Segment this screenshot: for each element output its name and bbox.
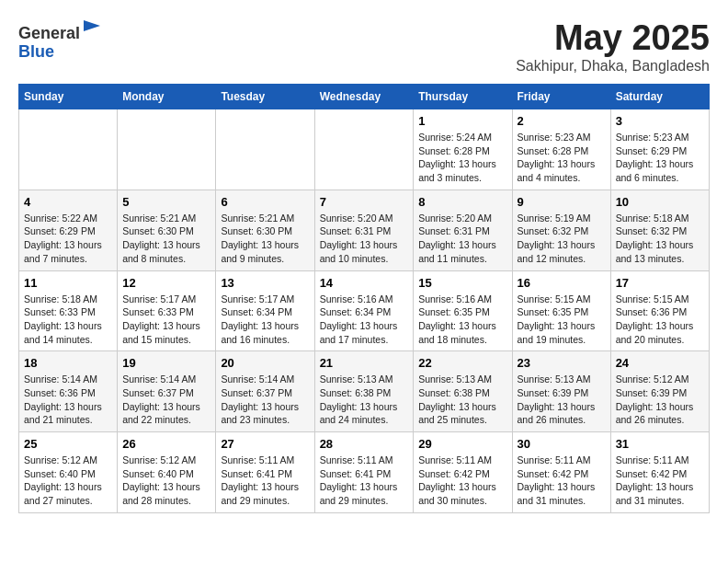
day-number: 21	[320, 356, 409, 370]
calendar-cell: 16Sunrise: 5:15 AM Sunset: 6:35 PM Dayli…	[512, 270, 610, 351]
col-header-friday: Friday	[512, 85, 610, 109]
calendar-cell: 6Sunrise: 5:21 AM Sunset: 6:30 PM Daylig…	[216, 190, 314, 270]
calendar-cell: 26Sunrise: 5:12 AM Sunset: 6:40 PM Dayli…	[118, 432, 216, 513]
col-header-wednesday: Wednesday	[314, 85, 414, 109]
calendar-cell: 10Sunrise: 5:18 AM Sunset: 6:32 PM Dayli…	[610, 190, 709, 270]
calendar-cell: 18Sunrise: 5:14 AM Sunset: 6:36 PM Dayli…	[19, 351, 118, 432]
month-title: May 2025	[516, 18, 710, 58]
col-header-saturday: Saturday	[610, 85, 709, 109]
day-number: 8	[418, 195, 506, 209]
calendar-cell: 15Sunrise: 5:16 AM Sunset: 6:35 PM Dayli…	[414, 270, 512, 351]
calendar-cell: 28Sunrise: 5:11 AM Sunset: 6:41 PM Dayli…	[314, 432, 414, 513]
calendar-cell: 29Sunrise: 5:11 AM Sunset: 6:42 PM Dayli…	[414, 432, 512, 513]
location: Sakhipur, Dhaka, Bangladesh	[516, 58, 710, 75]
day-number: 22	[418, 356, 506, 370]
day-number: 19	[122, 356, 210, 370]
day-number: 26	[122, 437, 210, 451]
col-header-thursday: Thursday	[414, 85, 512, 109]
logo-blue-text: Blue	[18, 42, 54, 61]
day-number: 23	[518, 356, 606, 370]
day-info: Sunrise: 5:12 AM Sunset: 6:40 PM Dayligh…	[122, 454, 210, 508]
calendar-cell: 9Sunrise: 5:19 AM Sunset: 6:32 PM Daylig…	[512, 190, 610, 270]
day-number: 15	[418, 276, 506, 290]
day-info: Sunrise: 5:20 AM Sunset: 6:31 PM Dayligh…	[320, 212, 409, 266]
calendar-cell	[216, 109, 314, 190]
page-header: General Blue May 2025 Sakhipur, Dhaka, B…	[18, 18, 710, 75]
day-number: 7	[320, 195, 409, 209]
calendar-cell: 22Sunrise: 5:13 AM Sunset: 6:38 PM Dayli…	[414, 351, 512, 432]
calendar-header-row: SundayMondayTuesdayWednesdayThursdayFrid…	[19, 85, 710, 109]
day-info: Sunrise: 5:17 AM Sunset: 6:33 PM Dayligh…	[122, 293, 210, 347]
calendar-cell: 12Sunrise: 5:17 AM Sunset: 6:33 PM Dayli…	[118, 270, 216, 351]
calendar-cell	[19, 109, 118, 190]
calendar-cell: 11Sunrise: 5:18 AM Sunset: 6:33 PM Dayli…	[19, 270, 118, 351]
calendar-cell: 7Sunrise: 5:20 AM Sunset: 6:31 PM Daylig…	[314, 190, 414, 270]
calendar-cell: 1Sunrise: 5:24 AM Sunset: 6:28 PM Daylig…	[414, 109, 512, 190]
day-number: 20	[221, 356, 309, 370]
day-info: Sunrise: 5:23 AM Sunset: 6:29 PM Dayligh…	[616, 131, 704, 185]
day-number: 25	[24, 437, 112, 451]
calendar-cell: 24Sunrise: 5:12 AM Sunset: 6:39 PM Dayli…	[610, 351, 709, 432]
day-number: 13	[221, 276, 309, 290]
day-info: Sunrise: 5:20 AM Sunset: 6:31 PM Dayligh…	[418, 212, 506, 266]
day-info: Sunrise: 5:23 AM Sunset: 6:28 PM Dayligh…	[518, 131, 606, 185]
day-info: Sunrise: 5:14 AM Sunset: 6:36 PM Dayligh…	[24, 373, 112, 427]
day-info: Sunrise: 5:16 AM Sunset: 6:34 PM Dayligh…	[320, 293, 409, 347]
day-info: Sunrise: 5:22 AM Sunset: 6:29 PM Dayligh…	[24, 212, 112, 266]
calendar-cell: 3Sunrise: 5:23 AM Sunset: 6:29 PM Daylig…	[610, 109, 709, 190]
day-number: 29	[418, 437, 506, 451]
day-info: Sunrise: 5:13 AM Sunset: 6:39 PM Dayligh…	[518, 373, 606, 427]
day-number: 17	[616, 276, 704, 290]
calendar-cell: 30Sunrise: 5:11 AM Sunset: 6:42 PM Dayli…	[512, 432, 610, 513]
logo-flag-icon	[82, 18, 102, 39]
calendar-cell: 31Sunrise: 5:11 AM Sunset: 6:42 PM Dayli…	[610, 432, 709, 513]
calendar-cell: 21Sunrise: 5:13 AM Sunset: 6:38 PM Dayli…	[314, 351, 414, 432]
calendar-cell: 13Sunrise: 5:17 AM Sunset: 6:34 PM Dayli…	[216, 270, 314, 351]
day-info: Sunrise: 5:13 AM Sunset: 6:38 PM Dayligh…	[320, 373, 409, 427]
day-number: 6	[221, 195, 309, 209]
calendar-table: SundayMondayTuesdayWednesdayThursdayFrid…	[18, 84, 710, 513]
day-info: Sunrise: 5:11 AM Sunset: 6:42 PM Dayligh…	[518, 454, 606, 508]
day-info: Sunrise: 5:21 AM Sunset: 6:30 PM Dayligh…	[221, 212, 309, 266]
day-info: Sunrise: 5:19 AM Sunset: 6:32 PM Dayligh…	[518, 212, 606, 266]
day-number: 9	[518, 195, 606, 209]
calendar-week-1: 1Sunrise: 5:24 AM Sunset: 6:28 PM Daylig…	[19, 109, 710, 190]
calendar-cell: 27Sunrise: 5:11 AM Sunset: 6:41 PM Dayli…	[216, 432, 314, 513]
col-header-tuesday: Tuesday	[216, 85, 314, 109]
calendar-week-3: 11Sunrise: 5:18 AM Sunset: 6:33 PM Dayli…	[19, 270, 710, 351]
day-number: 27	[221, 437, 309, 451]
day-number: 18	[24, 356, 112, 370]
day-number: 2	[518, 114, 606, 128]
day-info: Sunrise: 5:21 AM Sunset: 6:30 PM Dayligh…	[122, 212, 210, 266]
logo-general-text: General	[18, 24, 80, 42]
day-info: Sunrise: 5:18 AM Sunset: 6:32 PM Dayligh…	[616, 212, 704, 266]
day-number: 28	[320, 437, 409, 451]
calendar-cell: 19Sunrise: 5:14 AM Sunset: 6:37 PM Dayli…	[118, 351, 216, 432]
day-info: Sunrise: 5:24 AM Sunset: 6:28 PM Dayligh…	[418, 131, 506, 185]
day-info: Sunrise: 5:11 AM Sunset: 6:41 PM Dayligh…	[320, 454, 409, 508]
calendar-cell: 8Sunrise: 5:20 AM Sunset: 6:31 PM Daylig…	[414, 190, 512, 270]
col-header-sunday: Sunday	[19, 85, 118, 109]
calendar-week-4: 18Sunrise: 5:14 AM Sunset: 6:36 PM Dayli…	[19, 351, 710, 432]
calendar-cell: 5Sunrise: 5:21 AM Sunset: 6:30 PM Daylig…	[118, 190, 216, 270]
day-number: 16	[518, 276, 606, 290]
day-info: Sunrise: 5:18 AM Sunset: 6:33 PM Dayligh…	[24, 293, 112, 347]
day-number: 3	[616, 114, 704, 128]
col-header-monday: Monday	[118, 85, 216, 109]
day-number: 11	[24, 276, 112, 290]
calendar-cell: 2Sunrise: 5:23 AM Sunset: 6:28 PM Daylig…	[512, 109, 610, 190]
day-info: Sunrise: 5:12 AM Sunset: 6:40 PM Dayligh…	[24, 454, 112, 508]
day-number: 10	[616, 195, 704, 209]
title-block: May 2025 Sakhipur, Dhaka, Bangladesh	[516, 18, 710, 75]
calendar-week-5: 25Sunrise: 5:12 AM Sunset: 6:40 PM Dayli…	[19, 432, 710, 513]
calendar-cell: 20Sunrise: 5:14 AM Sunset: 6:37 PM Dayli…	[216, 351, 314, 432]
day-number: 31	[616, 437, 704, 451]
calendar-cell: 25Sunrise: 5:12 AM Sunset: 6:40 PM Dayli…	[19, 432, 118, 513]
day-info: Sunrise: 5:15 AM Sunset: 6:36 PM Dayligh…	[616, 293, 704, 347]
calendar-cell: 23Sunrise: 5:13 AM Sunset: 6:39 PM Dayli…	[512, 351, 610, 432]
calendar-cell: 14Sunrise: 5:16 AM Sunset: 6:34 PM Dayli…	[314, 270, 414, 351]
logo: General Blue	[18, 18, 102, 62]
calendar-cell	[118, 109, 216, 190]
calendar-week-2: 4Sunrise: 5:22 AM Sunset: 6:29 PM Daylig…	[19, 190, 710, 270]
day-info: Sunrise: 5:12 AM Sunset: 6:39 PM Dayligh…	[616, 373, 704, 427]
